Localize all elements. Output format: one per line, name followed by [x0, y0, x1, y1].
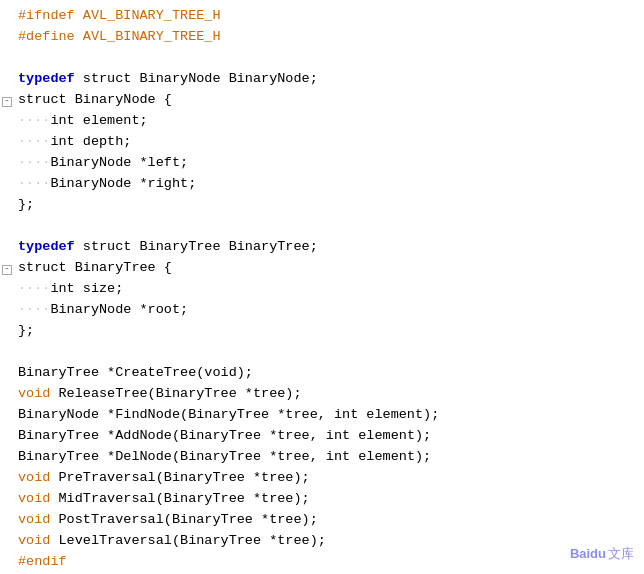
line-content: ····BinaryNode *left;: [14, 153, 644, 174]
fold-icon[interactable]: -: [2, 97, 12, 107]
code-line: #endif: [0, 552, 644, 573]
token: BinaryNode *left;: [50, 155, 188, 170]
token: element;: [75, 113, 148, 128]
token: int: [326, 449, 350, 464]
token: MidTraversal(BinaryTree *tree);: [50, 491, 309, 506]
line-content: ····int element;: [14, 111, 644, 132]
token: #ifndef AVL_BINARY_TREE_H: [18, 8, 221, 23]
token: void: [18, 491, 50, 506]
code-line: BinaryTree *AddNode(BinaryTree *tree, in…: [0, 426, 644, 447]
line-gutter: -: [0, 265, 14, 275]
line-content: void MidTraversal(BinaryTree *tree);: [14, 489, 644, 510]
code-line: -struct BinaryNode {: [0, 90, 644, 111]
line-content: BinaryNode *FindNode(BinaryTree *tree, i…: [14, 405, 644, 426]
token: BinaryTree *DelNode(BinaryTree *tree,: [18, 449, 326, 464]
code-line: };: [0, 321, 644, 342]
token: int: [326, 428, 350, 443]
code-line: void PostTraversal(BinaryTree *tree);: [0, 510, 644, 531]
line-content: BinaryTree *CreateTree(void);: [14, 363, 644, 384]
token: struct BinaryNode {: [18, 92, 172, 107]
code-line: typedef struct BinaryTree BinaryTree;: [0, 237, 644, 258]
token: struct BinaryNode BinaryNode;: [75, 71, 318, 86]
line-content: #endif: [14, 552, 644, 573]
code-line: typedef struct BinaryNode BinaryNode;: [0, 69, 644, 90]
token: ····: [18, 176, 50, 191]
code-line: #define AVL_BINARY_TREE_H: [0, 27, 644, 48]
line-content: ····BinaryNode *root;: [14, 300, 644, 321]
token: ····: [18, 281, 50, 296]
code-line: [0, 216, 644, 237]
code-line: ····int depth;: [0, 132, 644, 153]
line-gutter: -: [0, 97, 14, 107]
watermark-baidu-text: Baidu: [570, 544, 606, 564]
token: void: [18, 533, 50, 548]
token: #define AVL_BINARY_TREE_H: [18, 29, 221, 44]
line-content: void PostTraversal(BinaryTree *tree);: [14, 510, 644, 531]
code-line: #ifndef AVL_BINARY_TREE_H: [0, 6, 644, 27]
token: BinaryTree *AddNode(BinaryTree *tree,: [18, 428, 326, 443]
watermark-wenku-text: 文库: [608, 544, 634, 564]
code-line: void LevelTraversal(BinaryTree *tree);: [0, 531, 644, 552]
token: int: [334, 407, 358, 422]
token: void: [18, 386, 50, 401]
code-line: };: [0, 195, 644, 216]
code-line: ····BinaryNode *root;: [0, 300, 644, 321]
line-content: ····int size;: [14, 279, 644, 300]
token: int: [50, 134, 74, 149]
code-line: void ReleaseTree(BinaryTree *tree);: [0, 384, 644, 405]
token: void: [18, 512, 50, 527]
line-content: #ifndef AVL_BINARY_TREE_H: [14, 6, 644, 27]
token: BinaryTree *CreateTree(void);: [18, 365, 253, 380]
token: PreTraversal(BinaryTree *tree);: [50, 470, 309, 485]
token: struct BinaryTree {: [18, 260, 172, 275]
line-content: void PreTraversal(BinaryTree *tree);: [14, 468, 644, 489]
token: element);: [350, 428, 431, 443]
line-content: typedef struct BinaryNode BinaryNode;: [14, 69, 644, 90]
token: ReleaseTree(BinaryTree *tree);: [50, 386, 301, 401]
token: };: [18, 197, 34, 212]
code-line: ····int element;: [0, 111, 644, 132]
code-line: void MidTraversal(BinaryTree *tree);: [0, 489, 644, 510]
token: typedef: [18, 71, 75, 86]
code-line: [0, 342, 644, 363]
token: element);: [358, 407, 439, 422]
token: };: [18, 323, 34, 338]
code-line: BinaryTree *DelNode(BinaryTree *tree, in…: [0, 447, 644, 468]
code-line: BinaryTree *CreateTree(void);: [0, 363, 644, 384]
line-content: struct BinaryNode {: [14, 90, 644, 111]
token: void: [18, 470, 50, 485]
line-content: };: [14, 195, 644, 216]
line-content: ····int depth;: [14, 132, 644, 153]
line-content: BinaryTree *DelNode(BinaryTree *tree, in…: [14, 447, 644, 468]
line-content: ····BinaryNode *right;: [14, 174, 644, 195]
code-container: #ifndef AVL_BINARY_TREE_H#define AVL_BIN…: [0, 0, 644, 574]
code-line: [0, 48, 644, 69]
line-content: void ReleaseTree(BinaryTree *tree);: [14, 384, 644, 405]
token: LevelTraversal(BinaryTree *tree);: [50, 533, 325, 548]
line-content: };: [14, 321, 644, 342]
code-line: BinaryNode *FindNode(BinaryTree *tree, i…: [0, 405, 644, 426]
code-line: ····int size;: [0, 279, 644, 300]
code-line: ····BinaryNode *right;: [0, 174, 644, 195]
token: BinaryNode *FindNode(BinaryTree *tree,: [18, 407, 334, 422]
fold-icon[interactable]: -: [2, 265, 12, 275]
watermark: Baidu 文库: [570, 544, 634, 564]
line-content: struct BinaryTree {: [14, 258, 644, 279]
token: typedef: [18, 239, 75, 254]
token: ····: [18, 302, 50, 317]
line-content: void LevelTraversal(BinaryTree *tree);: [14, 531, 644, 552]
token: struct BinaryTree BinaryTree;: [75, 239, 318, 254]
token: int: [50, 113, 74, 128]
token: element);: [350, 449, 431, 464]
token: ····: [18, 113, 50, 128]
token: ····: [18, 155, 50, 170]
line-content: typedef struct BinaryTree BinaryTree;: [14, 237, 644, 258]
token: BinaryNode *right;: [50, 176, 196, 191]
token: size;: [75, 281, 124, 296]
code-line: void PreTraversal(BinaryTree *tree);: [0, 468, 644, 489]
code-lines: #ifndef AVL_BINARY_TREE_H#define AVL_BIN…: [0, 6, 644, 573]
token: int: [50, 281, 74, 296]
token: BinaryNode *root;: [50, 302, 188, 317]
token: ····: [18, 134, 50, 149]
token: PostTraversal(BinaryTree *tree);: [50, 512, 317, 527]
